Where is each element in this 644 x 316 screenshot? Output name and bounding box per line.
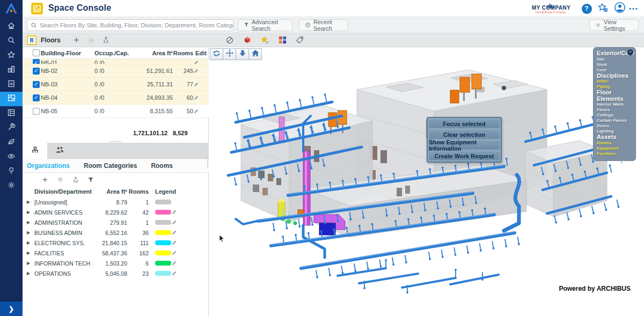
recent-search-button[interactable]: Recent Search	[299, 19, 348, 31]
add-floor-button[interactable]	[73, 36, 80, 43]
list-item[interactable]: ▶ BUSINESS ADMIN 6,552.16 36	[23, 227, 209, 238]
select-all-checkbox[interactable]	[33, 49, 40, 56]
sidebar-item-portfolio[interactable]	[0, 63, 23, 77]
edit-pencil-icon[interactable]	[193, 108, 209, 114]
settings-button[interactable]	[57, 176, 64, 183]
edit-pencil-icon[interactable]	[193, 95, 209, 101]
sidebar-item-space-console[interactable]	[0, 92, 23, 106]
search-input[interactable]	[40, 22, 233, 28]
legend-item-site[interactable]: Site	[597, 57, 632, 62]
favorites-button[interactable]	[597, 3, 609, 14]
expander-icon[interactable]: ▶	[27, 230, 34, 235]
table-row[interactable]: ✓ NB-03 0 /0 25,711.31 77	[23, 78, 209, 91]
expander-icon[interactable]: ▶	[27, 240, 34, 245]
sidebar-item-maintenance[interactable]	[0, 121, 23, 135]
row-checkbox[interactable]: ✓	[33, 94, 40, 101]
edit-pencil-icon[interactable]	[171, 230, 186, 236]
export-button[interactable]	[72, 177, 79, 183]
zoom-extents-button[interactable]	[236, 48, 249, 60]
menu-item-show-equipment-information[interactable]: Show Equipment Information	[428, 140, 500, 150]
legend-item-furniture[interactable]: Furniture	[597, 151, 632, 157]
view-settings-button[interactable]: View Settings	[589, 19, 639, 31]
advanced-search-button[interactable]: Advanced Search	[238, 19, 292, 31]
collapse-legend-button[interactable]: −	[627, 49, 633, 55]
tab-rooms[interactable]: Rooms	[151, 162, 173, 170]
list-item[interactable]: ▶ ADMIN SERVICES 8,229.62 42	[23, 207, 209, 217]
more-menu-button[interactable]: •••	[628, 3, 640, 14]
edit-pencil-icon[interactable]	[171, 219, 186, 225]
row-checkbox[interactable]: ✓	[33, 59, 40, 64]
floors-settings-button[interactable]	[87, 36, 95, 44]
3d-building-view[interactable]	[225, 60, 622, 296]
sidebar-item-risk[interactable]	[0, 150, 23, 164]
tab-organizations-icon[interactable]	[23, 143, 47, 159]
menu-item-clear-selection[interactable]: Clear selection	[428, 129, 500, 139]
archibus-logo-icon[interactable]	[0, 0, 23, 18]
sidebar-item-search[interactable]	[0, 34, 23, 48]
sidebar-item-favorites[interactable]	[0, 48, 23, 63]
legend-item-equipment[interactable]: Equipment	[597, 146, 632, 151]
legend-item-doors[interactable]: Doors	[597, 123, 632, 129]
legend-item-interior-walls[interactable]: Interior Walls	[597, 102, 632, 107]
menu-item-create-work-request[interactable]: Create Work Request	[428, 151, 500, 161]
edit-pencil-icon[interactable]	[171, 209, 186, 215]
table-row[interactable]: ✓ NB-01 0 /0	[23, 59, 209, 64]
sidebar-item-assets[interactable]	[0, 106, 23, 121]
sidebar-item-sustainability[interactable]	[0, 135, 23, 150]
sidebar-item-workplace[interactable]	[0, 164, 23, 179]
edit-pencil-icon[interactable]	[193, 60, 209, 64]
legend-grid-icon[interactable]	[279, 36, 287, 44]
edit-pencil-icon[interactable]	[193, 68, 209, 74]
list-item[interactable]: ▶ FACILITIES 58,437.36 162	[23, 248, 209, 258]
company-logo[interactable]: MY COMPANY INTERNATIONAL	[527, 1, 575, 14]
add-button[interactable]	[42, 177, 48, 183]
list-item[interactable]: ▶ ADMINISTRATION 279.91 1	[23, 217, 209, 227]
edit-pencil-icon[interactable]	[171, 260, 186, 266]
tab-room-categories[interactable]: Room Categories	[84, 162, 137, 170]
table-row[interactable]: ✓ NB-04 0 /0 24,893.35 60	[23, 91, 209, 105]
expander-icon[interactable]: ▶	[27, 220, 34, 225]
sidebar-item-reports[interactable]	[0, 77, 23, 92]
sidebar-item-settings[interactable]	[0, 179, 23, 193]
list-item[interactable]: ▶ [Unassigned] 8.79 1	[23, 197, 209, 207]
expand-sidebar-button[interactable]: ❯	[0, 302, 23, 316]
row-checkbox[interactable]	[33, 108, 40, 115]
legend-item-rooms[interactable]: Rooms	[597, 141, 632, 146]
row-checkbox[interactable]: ✓	[33, 68, 40, 75]
show-3d-cube-icon[interactable]	[243, 36, 252, 45]
pan-view-button[interactable]	[223, 48, 236, 60]
edit-pencil-icon[interactable]	[171, 250, 186, 256]
sidebar-item-home[interactable]	[0, 19, 23, 34]
edit-pencil-icon[interactable]	[193, 82, 209, 87]
home-view-button[interactable]	[248, 48, 262, 60]
expander-icon[interactable]: ▶	[27, 271, 34, 276]
filter-button[interactable]	[87, 177, 94, 183]
help-button[interactable]: ?	[581, 3, 592, 14]
list-item[interactable]: ▶ INFORMATION TECH 1,503.20 6	[23, 258, 209, 268]
legend-item-shell[interactable]: Shell	[597, 62, 632, 68]
edit-pencil-icon[interactable]	[171, 270, 186, 276]
table-row[interactable]: ✓ NB-02 0 /0 51,291.61 245	[23, 64, 209, 78]
user-menu-button[interactable]	[614, 3, 626, 14]
export-floors-button[interactable]	[103, 36, 109, 43]
expander-icon[interactable]: ▶	[27, 261, 34, 266]
legend-item-floors[interactable]: Floors	[597, 107, 632, 113]
menu-item-focus-selected[interactable]: Focus selected	[428, 119, 500, 129]
expander-icon[interactable]: ▶	[27, 200, 34, 204]
list-item[interactable]: ▶ ELECTRONIC SYS. 21,840.15 111	[23, 238, 209, 248]
legend-item-hvac[interactable]: HVAC	[597, 79, 632, 84]
row-checkbox[interactable]: ✓	[33, 81, 40, 88]
edit-pencil-icon[interactable]	[171, 240, 186, 246]
tab-organizations[interactable]: Organizations	[27, 162, 70, 170]
isolate-selection-icon[interactable]	[225, 36, 234, 45]
list-item[interactable]: ▶ OPERATIONS 5,045.08 23	[23, 268, 209, 278]
table-row[interactable]: NB-05 0 /0 8,315.55 50	[23, 105, 209, 118]
highlight-star-icon[interactable]	[261, 36, 269, 45]
legend-item-ceilings[interactable]: Ceilings	[597, 113, 632, 118]
expander-icon[interactable]: ▶	[27, 210, 34, 215]
tab-occupancy-icon[interactable]	[47, 143, 72, 159]
tag-icon[interactable]	[296, 36, 304, 44]
legend-item-curtain-panels[interactable]: Curtain Panels	[597, 118, 632, 123]
rotate-view-button[interactable]	[210, 48, 223, 60]
expander-icon[interactable]: ▶	[27, 251, 34, 255]
